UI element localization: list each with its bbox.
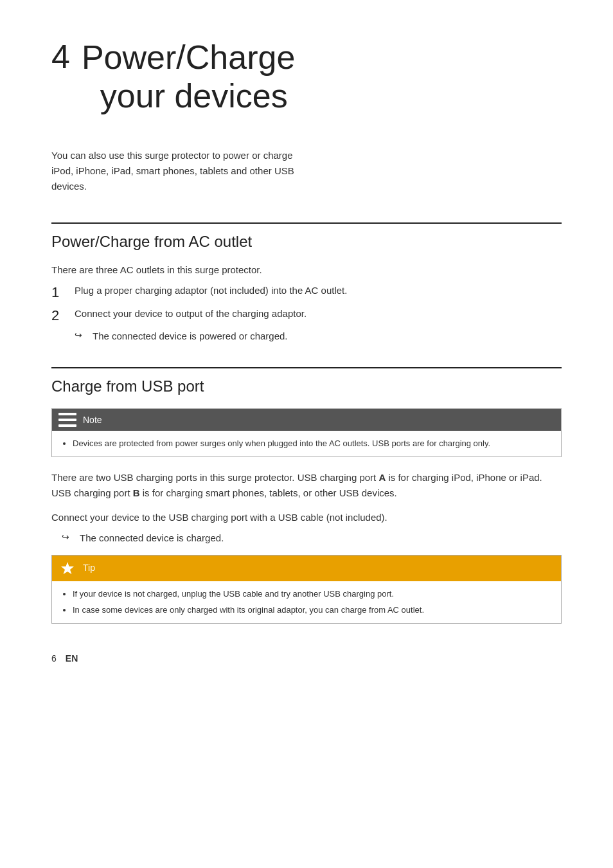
ac-result-text: The connected device is powered or charg… (93, 329, 288, 344)
note-icon-line-2 (58, 419, 76, 421)
usb-para2: Connect your device to the USB charging … (51, 510, 562, 525)
note-label: Note (83, 413, 102, 427)
chapter-number: 4 (51, 39, 70, 75)
usb-arrow-icon: ↪ (62, 530, 75, 544)
step-2-text: Connect your device to output of the cha… (75, 306, 306, 321)
usb-result: ↪ The connected device is charged. (62, 530, 562, 546)
ac-step-2: 2 Connect your device to output of the c… (51, 306, 562, 326)
tip-box: Tip If your device is not charged, unplu… (51, 555, 562, 624)
tip-item-1: If your device is not charged, unplug th… (73, 588, 552, 601)
chapter-heading: Power/Charge your devices (82, 39, 295, 116)
note-box: Note Devices are protected from power su… (51, 408, 562, 457)
section-ac-title: Power/Charge from AC outlet (51, 222, 562, 253)
step-1-text: Plug a proper charging adaptor (not incl… (75, 283, 347, 298)
footer: 6 EN (51, 652, 562, 665)
arrow-icon: ↪ (75, 329, 87, 342)
tip-label: Tip (83, 561, 95, 575)
note-icon-line-1 (58, 413, 76, 415)
ac-result: ↪ The connected device is powered or cha… (75, 329, 562, 344)
tip-body: If your device is not charged, unplug th… (52, 581, 561, 623)
port-a-label: A (378, 472, 386, 483)
chapter-title: 4 Power/Charge your devices (51, 39, 562, 116)
ac-step-1: 1 Plug a proper charging adaptor (not in… (51, 283, 562, 303)
section-usb: Charge from USB port Note Devices are pr… (51, 367, 562, 624)
tip-item-2: In case some devices are only charged wi… (73, 604, 552, 617)
section-ac-intro: There are three AC outlets in this surge… (51, 262, 562, 278)
tip-star-icon (58, 559, 76, 577)
step-2-num: 2 (51, 306, 75, 326)
tip-star-svg (60, 561, 75, 575)
ac-steps-list: 1 Plug a proper charging adaptor (not in… (51, 283, 562, 327)
footer-lang: EN (66, 652, 78, 665)
step-1-num: 1 (51, 283, 75, 303)
port-b-label: B (133, 487, 140, 498)
tip-header: Tip (52, 556, 561, 581)
usb-result-text: The connected device is charged. (80, 530, 224, 546)
note-icon-line-3 (58, 424, 76, 427)
note-item-1: Devices are protected from power surges … (73, 437, 552, 450)
usb-para1: There are two USB charging ports in this… (51, 470, 562, 501)
footer-page-num: 6 (51, 652, 57, 665)
note-body: Devices are protected from power surges … (52, 431, 561, 457)
note-icon (58, 413, 76, 427)
intro-text: You can also use this surge protector to… (51, 148, 302, 194)
svg-marker-0 (61, 562, 74, 574)
note-header: Note (52, 409, 561, 431)
section-usb-title: Charge from USB port (51, 367, 562, 398)
section-ac: Power/Charge from AC outlet There are th… (51, 222, 562, 345)
